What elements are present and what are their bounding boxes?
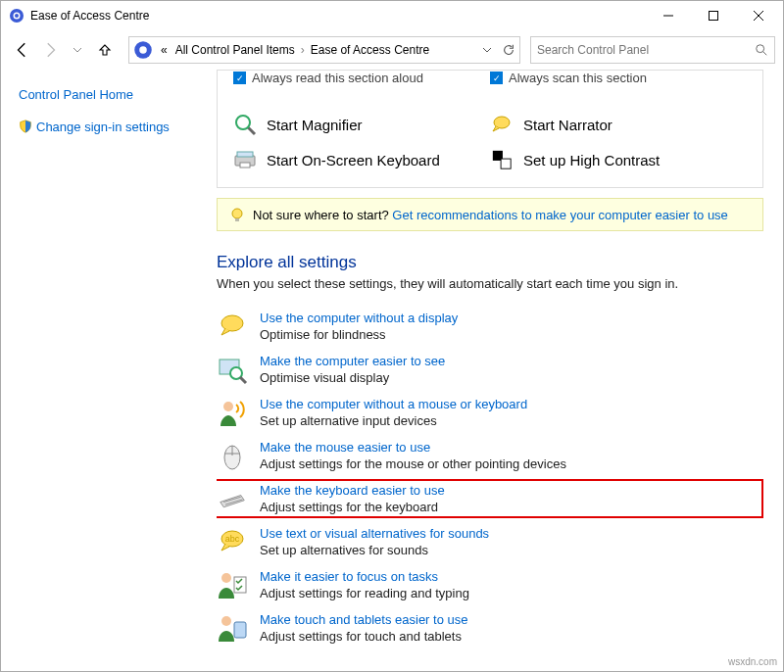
watermark: wsxdn.com: [728, 656, 777, 667]
setting-focus-tasks: Make it easier to focus on tasksAdjust s…: [217, 563, 763, 606]
svg-rect-4: [710, 12, 718, 21]
svg-point-9: [757, 45, 764, 53]
setting-easier-to-see: Make the computer easier to seeOptimise …: [217, 348, 763, 391]
search-input[interactable]: [537, 43, 755, 57]
svg-rect-16: [237, 152, 253, 157]
svg-rect-37: [234, 622, 246, 638]
recommendation-bar: Not sure where to start? Get recommendat…: [217, 198, 763, 231]
titlebar: Ease of Access Centre: [1, 1, 783, 30]
link-focus-tasks[interactable]: Make it easier to focus on tasks: [260, 569, 469, 584]
svg-point-8: [139, 46, 147, 54]
svg-point-14: [494, 117, 510, 128]
speech-bubble-icon: [217, 311, 248, 342]
svg-point-2: [15, 14, 19, 18]
keyboard-printer-icon: [233, 148, 257, 171]
app-icon: [9, 8, 24, 24]
person-checklist-icon: [217, 569, 248, 600]
setting-without-mouse-kb: Use the computer without a mouse or keyb…: [217, 391, 763, 434]
link-keyboard-easier[interactable]: Make the keyboard easier to use: [260, 483, 445, 498]
setting-without-display: Use the computer without a displayOptimi…: [217, 305, 763, 348]
link-touch-tablet[interactable]: Make touch and tablets easier to use: [260, 612, 467, 627]
link-without-mouse-kb[interactable]: Use the computer without a mouse or keyb…: [260, 397, 527, 411]
svg-rect-19: [501, 159, 511, 168]
setting-sound-alternatives: abc Use text or visual alternatives for …: [217, 520, 763, 563]
window-title: Ease of Access Centre: [30, 9, 646, 23]
svg-rect-17: [240, 163, 250, 168]
svg-point-26: [223, 402, 233, 411]
display-magnifier-icon: [217, 354, 248, 385]
up-button[interactable]: [91, 36, 119, 64]
quick-access-box: ✓Always read this section aloud ✓Always …: [217, 70, 763, 188]
maximize-button[interactable]: [691, 1, 736, 30]
navbar: « All Control Panel Items › Ease of Acce…: [1, 30, 783, 70]
svg-line-10: [763, 52, 767, 56]
svg-point-36: [221, 616, 231, 626]
chevron-right-icon[interactable]: ›: [299, 43, 307, 57]
svg-line-25: [240, 377, 246, 383]
start-narrator[interactable]: Start Narrator: [490, 113, 747, 136]
lightbulb-icon: [229, 207, 245, 222]
setting-touch-tablet: Make touch and tablets easier to useAdju…: [217, 606, 763, 649]
setting-mouse-easier: Make the mouse easier to useAdjust setti…: [217, 434, 763, 477]
magnifier-icon: [233, 113, 257, 136]
mouse-icon: [217, 440, 248, 471]
crumb-current[interactable]: Ease of Access Centre: [307, 43, 433, 57]
explore-heading: Explore all settings: [217, 253, 763, 272]
search-box[interactable]: [530, 36, 775, 64]
keyboard-icon: [217, 483, 248, 514]
svg-line-12: [248, 127, 255, 134]
setting-keyboard-easier: Make the keyboard easier to useAdjust se…: [217, 479, 763, 518]
sidebar: Control Panel Home Change sign-in settin…: [1, 70, 217, 672]
sidebar-signin-link[interactable]: Change sign-in settings: [19, 120, 217, 134]
svg-rect-35: [234, 577, 246, 593]
shield-icon: [19, 120, 32, 133]
svg-text:abc: abc: [225, 534, 240, 544]
address-dropdown[interactable]: [482, 45, 492, 55]
link-without-display[interactable]: Use the computer without a display: [260, 311, 458, 325]
sidebar-home-link[interactable]: Control Panel Home: [19, 87, 217, 102]
back-button[interactable]: [9, 36, 36, 64]
explore-sub: When you select these settings, they wil…: [217, 276, 763, 291]
link-mouse-easier[interactable]: Make the mouse easier to use: [260, 440, 566, 455]
narrator-icon: [490, 113, 514, 136]
person-tablet-icon: [217, 612, 248, 644]
address-icon: [133, 40, 153, 60]
close-button[interactable]: [736, 1, 781, 30]
crumb-all[interactable]: All Control Panel Items: [172, 43, 299, 57]
link-sound-alternatives[interactable]: Use text or visual alternatives for soun…: [260, 526, 489, 541]
search-icon: [755, 43, 768, 57]
start-osk[interactable]: Start On-Screen Keyboard: [233, 148, 490, 171]
refresh-button[interactable]: [502, 43, 515, 57]
sound-bubble-icon: abc: [217, 526, 248, 557]
start-magnifier[interactable]: Start Magnifier: [233, 113, 490, 136]
svg-point-20: [232, 209, 242, 218]
forward-button[interactable]: [36, 36, 64, 64]
setup-high-contrast[interactable]: Set up High Contrast: [490, 148, 747, 171]
recommendation-link[interactable]: Get recommendations to make your compute…: [392, 208, 728, 222]
link-easier-to-see[interactable]: Make the computer easier to see: [260, 354, 445, 368]
recent-dropdown[interactable]: [64, 36, 91, 64]
svg-point-34: [221, 573, 231, 583]
svg-rect-21: [235, 218, 239, 221]
scan-section-checkbox[interactable]: ✓Always scan this section: [490, 71, 747, 85]
high-contrast-icon: [490, 148, 514, 171]
crumb-overflow[interactable]: «: [157, 43, 172, 57]
person-speak-icon: [217, 397, 248, 428]
minimize-button[interactable]: [646, 1, 691, 30]
address-bar[interactable]: « All Control Panel Items › Ease of Acce…: [128, 36, 520, 64]
read-aloud-checkbox[interactable]: ✓Always read this section aloud: [233, 71, 490, 85]
main-content: ✓Always read this section aloud ✓Always …: [217, 70, 783, 672]
